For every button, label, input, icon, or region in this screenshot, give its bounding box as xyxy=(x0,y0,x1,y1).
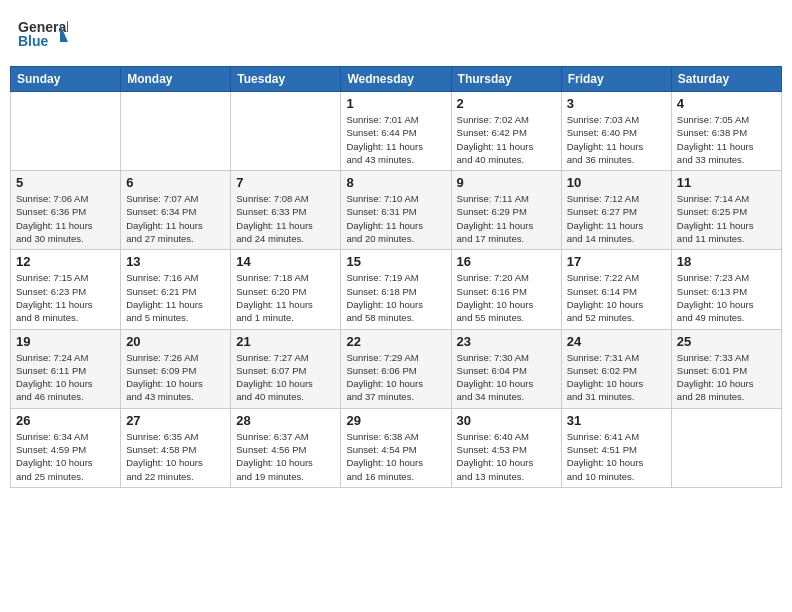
day-info: Sunrise: 7:19 AM Sunset: 6:18 PM Dayligh… xyxy=(346,271,445,324)
day-info: Sunrise: 7:30 AM Sunset: 6:04 PM Dayligh… xyxy=(457,351,556,404)
calendar-cell: 15Sunrise: 7:19 AM Sunset: 6:18 PM Dayli… xyxy=(341,250,451,329)
weekday-header-wednesday: Wednesday xyxy=(341,67,451,92)
day-info: Sunrise: 7:18 AM Sunset: 6:20 PM Dayligh… xyxy=(236,271,335,324)
calendar-cell: 24Sunrise: 7:31 AM Sunset: 6:02 PM Dayli… xyxy=(561,329,671,408)
day-number: 2 xyxy=(457,96,556,111)
calendar-table: SundayMondayTuesdayWednesdayThursdayFrid… xyxy=(10,66,782,488)
calendar-week-5: 26Sunrise: 6:34 AM Sunset: 4:59 PM Dayli… xyxy=(11,408,782,487)
day-number: 10 xyxy=(567,175,666,190)
weekday-header-monday: Monday xyxy=(121,67,231,92)
weekday-header-saturday: Saturday xyxy=(671,67,781,92)
day-info: Sunrise: 6:34 AM Sunset: 4:59 PM Dayligh… xyxy=(16,430,115,483)
day-info: Sunrise: 7:23 AM Sunset: 6:13 PM Dayligh… xyxy=(677,271,776,324)
day-number: 22 xyxy=(346,334,445,349)
day-number: 4 xyxy=(677,96,776,111)
day-info: Sunrise: 7:11 AM Sunset: 6:29 PM Dayligh… xyxy=(457,192,556,245)
day-info: Sunrise: 6:38 AM Sunset: 4:54 PM Dayligh… xyxy=(346,430,445,483)
calendar-cell: 31Sunrise: 6:41 AM Sunset: 4:51 PM Dayli… xyxy=(561,408,671,487)
calendar-cell: 25Sunrise: 7:33 AM Sunset: 6:01 PM Dayli… xyxy=(671,329,781,408)
day-info: Sunrise: 7:10 AM Sunset: 6:31 PM Dayligh… xyxy=(346,192,445,245)
calendar-week-2: 5Sunrise: 7:06 AM Sunset: 6:36 PM Daylig… xyxy=(11,171,782,250)
day-number: 9 xyxy=(457,175,556,190)
day-number: 18 xyxy=(677,254,776,269)
day-number: 28 xyxy=(236,413,335,428)
weekday-header-sunday: Sunday xyxy=(11,67,121,92)
calendar-cell: 17Sunrise: 7:22 AM Sunset: 6:14 PM Dayli… xyxy=(561,250,671,329)
weekday-header-row: SundayMondayTuesdayWednesdayThursdayFrid… xyxy=(11,67,782,92)
page-header: General Blue xyxy=(10,10,782,58)
day-info: Sunrise: 7:01 AM Sunset: 6:44 PM Dayligh… xyxy=(346,113,445,166)
day-info: Sunrise: 6:41 AM Sunset: 4:51 PM Dayligh… xyxy=(567,430,666,483)
calendar-cell: 18Sunrise: 7:23 AM Sunset: 6:13 PM Dayli… xyxy=(671,250,781,329)
day-number: 17 xyxy=(567,254,666,269)
calendar-cell: 2Sunrise: 7:02 AM Sunset: 6:42 PM Daylig… xyxy=(451,92,561,171)
day-info: Sunrise: 7:24 AM Sunset: 6:11 PM Dayligh… xyxy=(16,351,115,404)
calendar-cell: 29Sunrise: 6:38 AM Sunset: 4:54 PM Dayli… xyxy=(341,408,451,487)
calendar-cell: 9Sunrise: 7:11 AM Sunset: 6:29 PM Daylig… xyxy=(451,171,561,250)
calendar-cell: 27Sunrise: 6:35 AM Sunset: 4:58 PM Dayli… xyxy=(121,408,231,487)
day-info: Sunrise: 7:15 AM Sunset: 6:23 PM Dayligh… xyxy=(16,271,115,324)
calendar-cell: 5Sunrise: 7:06 AM Sunset: 6:36 PM Daylig… xyxy=(11,171,121,250)
day-number: 1 xyxy=(346,96,445,111)
calendar-cell: 12Sunrise: 7:15 AM Sunset: 6:23 PM Dayli… xyxy=(11,250,121,329)
calendar-cell: 28Sunrise: 6:37 AM Sunset: 4:56 PM Dayli… xyxy=(231,408,341,487)
calendar-week-3: 12Sunrise: 7:15 AM Sunset: 6:23 PM Dayli… xyxy=(11,250,782,329)
day-info: Sunrise: 7:08 AM Sunset: 6:33 PM Dayligh… xyxy=(236,192,335,245)
day-number: 20 xyxy=(126,334,225,349)
calendar-cell: 23Sunrise: 7:30 AM Sunset: 6:04 PM Dayli… xyxy=(451,329,561,408)
day-number: 3 xyxy=(567,96,666,111)
calendar-cell: 22Sunrise: 7:29 AM Sunset: 6:06 PM Dayli… xyxy=(341,329,451,408)
day-number: 29 xyxy=(346,413,445,428)
day-info: Sunrise: 7:20 AM Sunset: 6:16 PM Dayligh… xyxy=(457,271,556,324)
weekday-header-thursday: Thursday xyxy=(451,67,561,92)
day-info: Sunrise: 7:22 AM Sunset: 6:14 PM Dayligh… xyxy=(567,271,666,324)
day-info: Sunrise: 6:35 AM Sunset: 4:58 PM Dayligh… xyxy=(126,430,225,483)
day-info: Sunrise: 7:05 AM Sunset: 6:38 PM Dayligh… xyxy=(677,113,776,166)
day-number: 16 xyxy=(457,254,556,269)
day-number: 25 xyxy=(677,334,776,349)
day-info: Sunrise: 7:27 AM Sunset: 6:07 PM Dayligh… xyxy=(236,351,335,404)
day-info: Sunrise: 6:37 AM Sunset: 4:56 PM Dayligh… xyxy=(236,430,335,483)
calendar-cell: 26Sunrise: 6:34 AM Sunset: 4:59 PM Dayli… xyxy=(11,408,121,487)
day-info: Sunrise: 7:07 AM Sunset: 6:34 PM Dayligh… xyxy=(126,192,225,245)
calendar-cell: 30Sunrise: 6:40 AM Sunset: 4:53 PM Dayli… xyxy=(451,408,561,487)
calendar-cell: 11Sunrise: 7:14 AM Sunset: 6:25 PM Dayli… xyxy=(671,171,781,250)
logo: General Blue xyxy=(18,14,68,54)
day-number: 13 xyxy=(126,254,225,269)
weekday-header-tuesday: Tuesday xyxy=(231,67,341,92)
day-info: Sunrise: 7:31 AM Sunset: 6:02 PM Dayligh… xyxy=(567,351,666,404)
day-info: Sunrise: 7:03 AM Sunset: 6:40 PM Dayligh… xyxy=(567,113,666,166)
day-info: Sunrise: 7:16 AM Sunset: 6:21 PM Dayligh… xyxy=(126,271,225,324)
calendar-cell: 19Sunrise: 7:24 AM Sunset: 6:11 PM Dayli… xyxy=(11,329,121,408)
day-number: 7 xyxy=(236,175,335,190)
day-number: 12 xyxy=(16,254,115,269)
calendar-cell xyxy=(121,92,231,171)
day-number: 26 xyxy=(16,413,115,428)
day-number: 30 xyxy=(457,413,556,428)
day-number: 31 xyxy=(567,413,666,428)
calendar-cell: 6Sunrise: 7:07 AM Sunset: 6:34 PM Daylig… xyxy=(121,171,231,250)
day-number: 15 xyxy=(346,254,445,269)
day-number: 11 xyxy=(677,175,776,190)
day-info: Sunrise: 7:14 AM Sunset: 6:25 PM Dayligh… xyxy=(677,192,776,245)
day-number: 19 xyxy=(16,334,115,349)
calendar-cell: 10Sunrise: 7:12 AM Sunset: 6:27 PM Dayli… xyxy=(561,171,671,250)
day-info: Sunrise: 6:40 AM Sunset: 4:53 PM Dayligh… xyxy=(457,430,556,483)
calendar-cell: 1Sunrise: 7:01 AM Sunset: 6:44 PM Daylig… xyxy=(341,92,451,171)
day-info: Sunrise: 7:29 AM Sunset: 6:06 PM Dayligh… xyxy=(346,351,445,404)
day-info: Sunrise: 7:26 AM Sunset: 6:09 PM Dayligh… xyxy=(126,351,225,404)
calendar-cell xyxy=(671,408,781,487)
calendar-cell xyxy=(231,92,341,171)
day-number: 24 xyxy=(567,334,666,349)
svg-text:Blue: Blue xyxy=(18,33,49,49)
calendar-cell: 8Sunrise: 7:10 AM Sunset: 6:31 PM Daylig… xyxy=(341,171,451,250)
day-number: 14 xyxy=(236,254,335,269)
weekday-header-friday: Friday xyxy=(561,67,671,92)
calendar-cell: 14Sunrise: 7:18 AM Sunset: 6:20 PM Dayli… xyxy=(231,250,341,329)
logo-icon: General Blue xyxy=(18,14,68,54)
day-info: Sunrise: 7:06 AM Sunset: 6:36 PM Dayligh… xyxy=(16,192,115,245)
calendar-cell: 3Sunrise: 7:03 AM Sunset: 6:40 PM Daylig… xyxy=(561,92,671,171)
day-number: 21 xyxy=(236,334,335,349)
day-info: Sunrise: 7:33 AM Sunset: 6:01 PM Dayligh… xyxy=(677,351,776,404)
calendar-cell xyxy=(11,92,121,171)
